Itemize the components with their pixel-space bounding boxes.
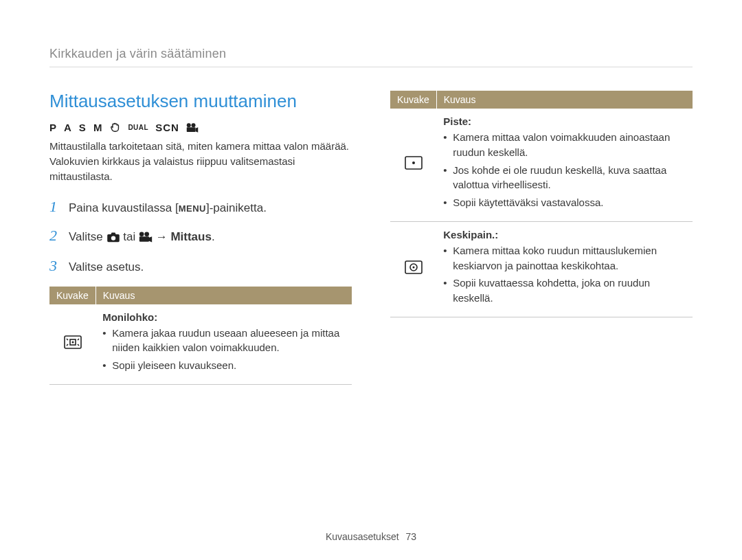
- svg-point-3: [111, 236, 115, 240]
- step-1-a: Paina kuvaustilassa [: [69, 201, 179, 214]
- cell-desc: Piste: Kamera mittaa valon voimakkuuden …: [436, 109, 693, 221]
- svg-point-5: [144, 232, 149, 237]
- col-desc: Kuvaus: [95, 287, 352, 304]
- step-2-a: Valitse: [69, 230, 106, 243]
- page-footer: Kuvausasetukset 73: [0, 531, 742, 542]
- hand-icon: [109, 122, 121, 133]
- movie-icon: [139, 231, 153, 248]
- svg-point-4: [139, 232, 144, 237]
- mode-a: A: [64, 122, 72, 133]
- step-2-b: tai: [123, 230, 139, 243]
- intro-paragraph: Mittaustilalla tarkoitetaan sitä, miten …: [49, 139, 352, 183]
- metering-multi-icon: [49, 304, 95, 385]
- step-number: 3: [49, 255, 60, 277]
- col-icon: Kuvake: [49, 287, 95, 304]
- step-3: 3 Valitse asetus.: [49, 255, 352, 277]
- row-title: Keskipain.:: [443, 229, 686, 240]
- metering-table-left: Kuvake Kuvaus Monilohko:: [49, 287, 352, 385]
- arrow-icon: →: [156, 230, 171, 243]
- bullet-list: Kamera jakaa ruudun useaan alueeseen ja …: [102, 326, 345, 373]
- step-number: 2: [49, 225, 60, 247]
- step-1-b: ]-painiketta.: [206, 201, 267, 214]
- bullet-list: Kamera mittaa koko ruudun mittauslukemie…: [443, 243, 686, 306]
- step-text: Valitse asetus.: [69, 259, 352, 276]
- col-desc: Kuvaus: [436, 91, 693, 109]
- table-row: Monilohko: Kamera jakaa ruudun useaan al…: [49, 304, 352, 385]
- mode-s: S: [79, 122, 87, 133]
- list-item: Sopii yleiseen kuvaukseen.: [102, 358, 345, 373]
- list-item: Sopii kuvattaessa kohdetta, joka on ruud…: [443, 276, 686, 306]
- camera-icon: [106, 231, 120, 248]
- step-number: 1: [49, 196, 60, 218]
- list-item: Jos kohde ei ole ruudun keskellä, kuva s…: [443, 163, 686, 193]
- movie-icon: [186, 123, 199, 133]
- mode-scn: SCN: [155, 122, 179, 133]
- mode-row: P A S M DUAL SCN: [49, 122, 352, 133]
- list-item: Kamera mittaa koko ruudun mittauslukemie…: [443, 243, 686, 273]
- svg-point-1: [191, 123, 195, 127]
- list-item: Kamera mittaa valon voimakkuuden ainoast…: [443, 130, 686, 160]
- svg-point-14: [412, 267, 414, 269]
- cell-desc: Keskipain.: Kamera mittaa koko ruudun mi…: [436, 221, 693, 317]
- svg-rect-2: [187, 127, 196, 132]
- row-title: Piste:: [443, 115, 686, 127]
- mode-m: M: [93, 122, 103, 133]
- content-columns: Mittausasetuksen muuttaminen P A S M DUA…: [49, 91, 693, 385]
- mode-dual: DUAL: [128, 124, 148, 131]
- col-icon: Kuvake: [390, 91, 436, 109]
- step-text: Valitse tai → Mittaus.: [69, 229, 352, 248]
- bullet-list: Kamera mittaa valon voimakkuuden ainoast…: [443, 130, 686, 210]
- right-column: Kuvake Kuvaus Piste: Kamera mi: [390, 91, 693, 385]
- mode-p: P: [49, 122, 57, 133]
- metering-spot-icon: [390, 109, 436, 221]
- svg-point-11: [412, 161, 415, 164]
- svg-point-9: [71, 341, 74, 344]
- step-2: 2 Valitse tai → Mittaus.: [49, 225, 352, 248]
- steps-list: 1 Paina kuvaustilassa [MENU]-painiketta.…: [49, 196, 352, 276]
- metering-table-right: Kuvake Kuvaus Piste: Kamera mi: [390, 91, 693, 317]
- step-2-target: Mittaus: [170, 230, 212, 243]
- metering-center-icon: [390, 221, 436, 317]
- svg-rect-6: [139, 236, 149, 242]
- row-title: Monilohko:: [102, 311, 345, 323]
- page-number: 73: [405, 531, 416, 542]
- left-column: Mittausasetuksen muuttaminen P A S M DUA…: [49, 91, 352, 385]
- step-1: 1 Paina kuvaustilassa [MENU]-painiketta.: [49, 196, 352, 218]
- footer-section: Kuvausasetukset: [326, 531, 399, 542]
- step-text: Paina kuvaustilassa [MENU]-painiketta.: [69, 200, 352, 217]
- table-row: Keskipain.: Kamera mittaa koko ruudun mi…: [390, 221, 693, 317]
- menu-label: MENU: [179, 203, 206, 216]
- svg-point-0: [187, 123, 191, 127]
- page-title: Mittausasetuksen muuttaminen: [49, 91, 352, 112]
- cell-desc: Monilohko: Kamera jakaa ruudun useaan al…: [95, 304, 352, 385]
- list-item: Sopii käytettäväksi vastavalossa.: [443, 195, 686, 210]
- list-item: Kamera jakaa ruudun useaan alueeseen ja …: [102, 326, 345, 356]
- step-2-d: .: [212, 230, 215, 243]
- breadcrumb: Kirkkauden ja värin säätäminen: [49, 47, 693, 67]
- table-row: Piste: Kamera mittaa valon voimakkuuden …: [390, 109, 693, 221]
